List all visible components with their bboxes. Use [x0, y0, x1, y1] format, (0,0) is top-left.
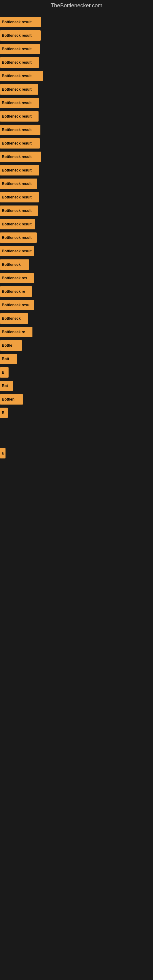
bottleneck-label: Bottleneck result — [2, 101, 32, 105]
bottleneck-label: Bottleneck result — [2, 168, 32, 172]
bottleneck-bar: Bottleneck — [0, 259, 29, 270]
bar-row: Bottle — [0, 340, 153, 351]
bottleneck-label: Bottleneck result — [2, 47, 32, 51]
bottleneck-label: Bottleneck res — [2, 276, 27, 280]
bottleneck-label: Bottleneck result — [2, 195, 32, 199]
bar-row: B — [0, 447, 153, 459]
bottleneck-label: Bottleneck resu — [2, 303, 29, 307]
bottleneck-label: Bottleneck result — [2, 208, 32, 213]
bottleneck-label: Bottleneck result — [2, 141, 32, 145]
bottleneck-bar: Bottleneck result — [0, 57, 39, 68]
bottleneck-bar: Bottleneck result — [0, 125, 40, 135]
bottleneck-label: Bottleneck — [2, 262, 21, 267]
bottleneck-label: B — [2, 370, 5, 375]
bottleneck-bar: Bottleneck result — [0, 165, 39, 175]
bottleneck-bar: Bottleneck re — [0, 286, 32, 297]
bottleneck-label: Bottleneck result — [2, 60, 32, 65]
bottleneck-bar: B — [0, 407, 8, 418]
bar-row — [0, 434, 153, 445]
bar-row: Bottleneck result — [0, 84, 153, 95]
bar-row: Bottleneck — [0, 313, 153, 324]
bottleneck-bar: Bottleneck result — [0, 219, 35, 229]
bottleneck-bar: Bottleneck result — [0, 151, 41, 162]
bar-row: Bottleneck result — [0, 43, 153, 55]
bottleneck-bar: B — [0, 367, 9, 378]
bottleneck-bar: Bottleneck resu — [0, 300, 34, 310]
bar-row: Bottleneck result — [0, 16, 153, 28]
bottleneck-label: Bottleneck re — [2, 330, 25, 334]
bottleneck-label: Bottleneck result — [2, 74, 32, 78]
bottleneck-bar: Bot — [0, 381, 13, 391]
bar-row — [0, 420, 153, 432]
bottleneck-label: B — [2, 451, 5, 455]
bar-row — [0, 461, 153, 473]
bar-row: Bottleneck result — [0, 137, 153, 149]
bottleneck-bar: Bott — [0, 354, 17, 364]
bottleneck-label: Bottleneck — [2, 317, 21, 321]
bar-row: Bottleneck re — [0, 326, 153, 338]
bar-row: Bottleneck result — [0, 70, 153, 82]
bar-row — [0, 474, 153, 486]
bar-row: Bott — [0, 353, 153, 365]
bar-row — [0, 501, 153, 513]
bar-row: Bottleneck result — [0, 97, 153, 109]
bottleneck-bar: Bottleneck result — [0, 30, 41, 41]
bottleneck-bar: Bottleneck result — [0, 71, 43, 81]
bar-row: Bottleneck result — [0, 232, 153, 243]
bottleneck-bar: Bottleneck result — [0, 44, 40, 54]
bottleneck-bar: Bottleneck result — [0, 17, 41, 27]
bar-row: B — [0, 367, 153, 378]
bar-row: B — [0, 407, 153, 418]
bar-row: Bottleneck — [0, 259, 153, 270]
bottleneck-bar: Bottleneck result — [0, 111, 38, 122]
bar-row: Bottleneck re — [0, 286, 153, 298]
bottleneck-label: Bott — [2, 357, 9, 361]
bottleneck-label: Bottle — [2, 343, 12, 348]
bottleneck-bar: Bottleneck — [0, 313, 28, 324]
bottleneck-bar: Bottleneck re — [0, 327, 32, 337]
site-title: TheBottlenecker.com — [0, 0, 153, 11]
bottleneck-bar: Bottleneck result — [0, 246, 34, 256]
bar-row: Bottleneck result — [0, 30, 153, 41]
bar-row: Bottleneck result — [0, 205, 153, 216]
bottleneck-label: Bottleneck result — [2, 128, 32, 132]
bottleneck-bar: Bottleneck result — [0, 178, 37, 189]
bottleneck-label: B — [2, 411, 5, 415]
bottleneck-label: Bottleneck result — [2, 222, 32, 226]
bottleneck-label: Bottleneck result — [2, 87, 32, 92]
bottleneck-bar: Bottle — [0, 340, 22, 351]
bar-row: Bottleneck result — [0, 111, 153, 122]
bottleneck-label: Bottleneck result — [2, 181, 32, 186]
bar-row: Bottleneck res — [0, 272, 153, 284]
bar-row: Bottleneck result — [0, 164, 153, 176]
bar-row: Bottlen — [0, 393, 153, 405]
bottleneck-bar: Bottlen — [0, 394, 23, 404]
bottleneck-bar: Bottleneck res — [0, 273, 33, 283]
bar-row: Bottleneck result — [0, 218, 153, 230]
bottleneck-label: Bot — [2, 384, 8, 388]
bottleneck-label: Bottleneck result — [2, 249, 32, 253]
bottleneck-label: Bottlen — [2, 397, 14, 401]
bottleneck-bar: Bottleneck result — [0, 98, 39, 108]
bottleneck-bar: Bottleneck result — [0, 205, 38, 216]
bar-row: Bottleneck result — [0, 124, 153, 136]
bottleneck-bar: Bottleneck result — [0, 232, 37, 243]
bar-row — [0, 488, 153, 500]
bar-row: Bottleneck result — [0, 191, 153, 203]
bar-row: Bottleneck result — [0, 57, 153, 68]
bar-row: Bottleneck result — [0, 178, 153, 189]
bottleneck-bar: Bottleneck result — [0, 138, 40, 148]
bottleneck-label: Bottleneck result — [2, 235, 32, 240]
bottleneck-label: Bottleneck re — [2, 290, 25, 294]
bottleneck-bar: Bottleneck result — [0, 192, 39, 202]
bar-row: Bot — [0, 380, 153, 392]
bottleneck-bar: Bottleneck result — [0, 84, 38, 95]
bar-row: Bottleneck result — [0, 151, 153, 162]
bars-container: Bottleneck resultBottleneck resultBottle… — [0, 11, 153, 518]
bottleneck-bar: B — [0, 448, 5, 458]
bottleneck-label: Bottleneck result — [2, 33, 32, 38]
bottleneck-label: Bottleneck result — [2, 114, 32, 119]
bar-row: Bottleneck resu — [0, 299, 153, 311]
bottleneck-label: Bottleneck result — [2, 155, 32, 159]
bottleneck-label: Bottleneck result — [2, 20, 32, 24]
